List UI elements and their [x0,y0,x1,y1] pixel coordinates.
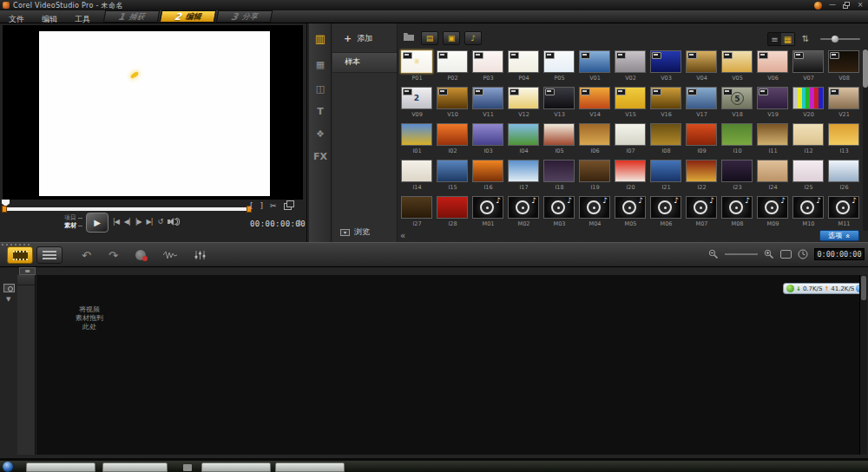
timeline-scrollbar-thumb[interactable] [861,276,866,300]
taskbar-window-button[interactable] [26,462,95,472]
transition-icon[interactable]: ◫ [309,81,332,96]
thumbnail-P01[interactable]: ☼P01 [399,49,435,85]
menu-item-3[interactable]: 工具 [66,15,99,23]
thumbnail-I04[interactable]: I04 [506,121,542,158]
thumbnail-V20[interactable]: V20 [791,85,826,121]
scrubber-track[interactable] [3,207,250,211]
menu-item-2[interactable]: 编辑 [33,15,66,23]
close-button[interactable]: × [856,1,865,10]
thumbnail-I19[interactable]: I19 [577,158,613,194]
thumbnail-I06[interactable]: I06 [577,121,613,158]
step-tab-3[interactable]: 3分享 [216,10,273,23]
thumbnail-M08[interactable]: ♪M08 [720,194,755,231]
thumbnail-I24[interactable]: I24 [755,158,791,194]
thumbnail-V04[interactable]: V04 [684,49,720,85]
split-clip-button[interactable]: ✂ [270,201,277,210]
mode-project-label[interactable]: 项目 [64,214,76,221]
help-orb-icon[interactable] [814,2,822,10]
thumbnail-P04[interactable]: P04 [506,49,542,85]
sound-wave-icon[interactable] [163,250,177,260]
filter-fx-icon[interactable]: FX [309,148,332,164]
timeline-zoom-slider[interactable] [725,253,758,255]
browse-button[interactable]: ▾ 浏览 [340,226,370,238]
gallery-scrollbar-thumb[interactable] [863,49,868,88]
mark-in-button[interactable]: [ [250,201,253,210]
zoom-out-icon[interactable] [708,249,719,259]
thumbnail-V03[interactable]: V03 [648,49,684,85]
video-track-icon[interactable] [3,284,15,292]
thumbnail-I17[interactable]: I17 [506,158,542,194]
thumbnail-I26[interactable]: I26 [826,158,862,194]
network-speed-widget[interactable]: ↓ 0.7K/S ↑ 41.2K/S [783,283,867,294]
options-button[interactable]: 选项 « [819,230,859,241]
redo-button[interactable]: ↷ [108,249,118,262]
thumbnail-P02[interactable]: P02 [435,49,470,85]
restore-button[interactable] [843,2,850,9]
taskbar-tray-icon[interactable] [183,464,192,471]
thumbnail-V21[interactable]: V21 [826,85,862,121]
thumbnail-M09[interactable]: ♪M09 [755,194,791,231]
thumbnail-V08[interactable]: V08 [826,49,862,85]
mark-out-button[interactable]: ] [260,201,264,210]
step-tab-2[interactable]: 2编辑 [160,10,216,23]
volume-icon[interactable] [168,218,179,226]
thumbnail-I12[interactable]: I12 [791,121,826,158]
thumbnail-V02[interactable]: V02 [613,49,648,85]
repeat-button[interactable]: ↺ [157,218,162,226]
thumbnail-P03[interactable]: P03 [470,49,506,85]
thumbnail-M05[interactable]: ♪M05 [613,194,648,231]
play-button[interactable]: ▶ [86,213,108,233]
thumbnail-I23[interactable]: I23 [720,158,755,194]
menu-item-1[interactable]: 文件 [0,15,33,23]
go-to-start-button[interactable]: |◀ [113,218,119,226]
timeline-view-button[interactable] [36,246,62,264]
add-folder-button[interactable]: + 添加 [332,23,397,52]
thumbnail-V12[interactable]: V12 [506,85,542,121]
title-icon[interactable]: T [309,103,332,119]
thumbnail-V19[interactable]: V19 [755,85,791,121]
previous-frame-button[interactable]: ◀| [124,218,130,226]
thumbnail-I16[interactable]: I16 [470,158,506,194]
taskbar-window-button[interactable] [102,462,168,472]
start-orb-icon[interactable] [3,462,13,472]
thumbnail-V05[interactable]: V05 [720,49,755,85]
folder-icon[interactable] [403,31,415,41]
enlarge-preview-icon[interactable] [284,203,292,210]
thumbnail-I27[interactable]: I27 [399,194,435,231]
thumbnail-I03[interactable]: I03 [470,121,506,158]
thumbnail-I08[interactable]: I08 [648,121,684,158]
thumbnail-I13[interactable]: I13 [826,121,862,158]
timecode-spinner[interactable]: ▲▼ [298,219,301,227]
show-audio-button[interactable]: ♪ [464,31,482,45]
zoom-in-icon[interactable] [764,249,774,259]
list-view-button[interactable]: ≡ [768,33,781,45]
thumbnail-I20[interactable]: I20 [613,158,648,194]
thumbnail-V11[interactable]: V11 [470,85,506,121]
show-photos-button[interactable]: ▣ [443,31,460,45]
thumbnail-V14[interactable]: V14 [577,85,613,121]
grid-view-button[interactable]: ▦ [781,33,794,45]
sample-folder-item[interactable]: 样本 [332,52,397,73]
thumbnail-I28[interactable]: I28 [435,194,470,231]
thumbnail-M01[interactable]: ♪M01 [470,194,506,231]
thumbnail-I09[interactable]: I09 [684,121,720,158]
thumbnail-V09[interactable]: 2V09 [399,85,435,121]
thumbnail-V13[interactable]: V13 [542,85,577,121]
taskbar-window-button[interactable] [275,462,345,472]
thumbnail-M10[interactable]: ♪M10 [791,194,826,231]
thumbnail-I11[interactable]: I11 [755,121,791,158]
thumbnail-M11[interactable]: ♪M11 [826,194,862,231]
thumbnail-I01[interactable]: I01 [399,121,435,158]
track-header-column[interactable] [17,275,36,455]
taskbar-window-button[interactable] [201,462,271,472]
thumbnail-V15[interactable]: V15 [613,85,648,121]
next-frame-button[interactable]: |▶ [135,218,141,226]
thumbnail-I02[interactable]: I02 [435,121,470,158]
video-track-lane[interactable]: 将视频素材拖到此处 ↓ 0.7K/S ↑ 41.2K/S [36,275,859,455]
timeline-timecode[interactable]: 0:00:00:00 [814,248,865,260]
thumbnail-P05[interactable]: P05 [542,49,577,85]
thumbnail-V01[interactable]: V01 [577,49,613,85]
step-tab-1[interactable]: 1捕获 [103,10,160,23]
graphic-icon[interactable]: ❖ [309,126,332,141]
thumbnail-I18[interactable]: I18 [542,158,577,194]
